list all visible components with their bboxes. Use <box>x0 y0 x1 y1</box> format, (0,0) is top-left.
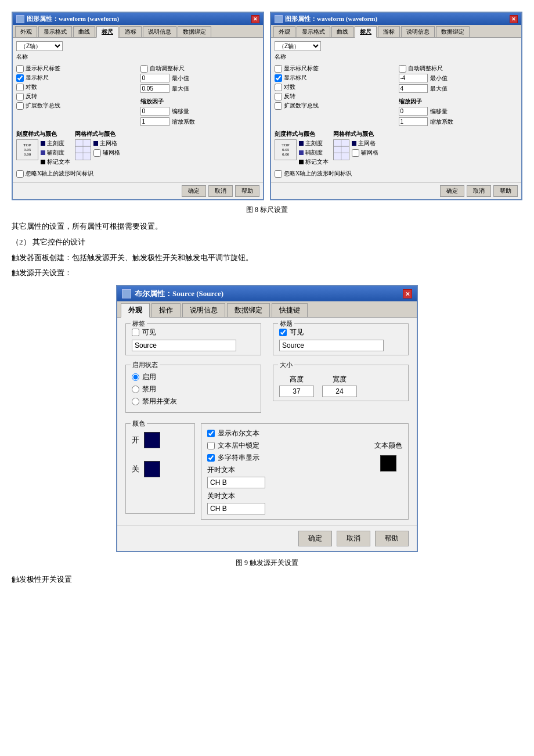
source-title-visible-checkbox[interactable] <box>279 329 287 336</box>
dialog1-help-button[interactable]: 帮助 <box>235 185 259 197</box>
source-size-row: 高度 宽度 <box>279 375 402 397</box>
dialog1-multiplier-row: 缩放系数 <box>140 117 260 126</box>
dialog2-help-button[interactable]: 帮助 <box>493 185 518 197</box>
dialog1-footer-checkbox[interactable] <box>16 170 24 178</box>
source-label-input[interactable] <box>132 340 236 351</box>
dialog2-subgrid-checkbox[interactable] <box>352 149 359 157</box>
source-textcenter-checkbox[interactable] <box>207 442 215 449</box>
dialog2-footer-checkbox[interactable] <box>275 170 282 178</box>
dialog2-tab-info[interactable]: 说明信息 <box>401 26 435 37</box>
source-opentext-input[interactable] <box>207 477 265 488</box>
dialog1-tab-curve[interactable]: 曲线 <box>73 26 95 37</box>
dialog1-tab-format[interactable]: 显示格式 <box>38 26 72 37</box>
dialog2-expanddigit-checkbox[interactable] <box>275 102 282 110</box>
dialog1-zoomfactor-label: 缩放因子 <box>140 98 260 106</box>
dialog2-log-checkbox[interactable] <box>275 84 282 91</box>
dialog1-tab-cursor[interactable]: 游标 <box>120 26 142 37</box>
source-close-button[interactable]: ✕ <box>403 289 412 298</box>
dialog2-tab-databind[interactable]: 数据绑定 <box>436 26 470 37</box>
source-enable-radio[interactable] <box>132 373 139 381</box>
dialog2-autoadjust-checkbox[interactable] <box>399 65 406 73</box>
dialog2-scale-labels: 主刻度 辅刻度 标记文本 <box>299 139 329 167</box>
source-title-input[interactable] <box>279 340 384 351</box>
dialog2-max-input[interactable] <box>399 84 428 93</box>
dialog1: 图形属性：waveform (waveform) ✕ 外观 显示格式 曲线 标尺… <box>12 12 264 200</box>
dialog1-min-input[interactable] <box>140 74 169 82</box>
source-height-input[interactable] <box>279 386 314 397</box>
dialog1-offset-input[interactable] <box>140 107 169 116</box>
dialog2-min-input[interactable] <box>399 74 428 82</box>
source-help-button[interactable]: 帮助 <box>375 531 409 546</box>
dialog2-multiplier-input[interactable] <box>399 117 428 126</box>
source-tab-appearance[interactable]: 外观 <box>121 303 150 318</box>
dialog2-body: （Z轴） 名称 显示标尺标签 显示标尺 <box>271 38 521 182</box>
dialog2-tab-curve[interactable]: 曲线 <box>331 26 353 37</box>
dialog2-tab-appearance[interactable]: 外观 <box>273 26 295 37</box>
source-showbool-checkbox[interactable] <box>207 430 215 437</box>
dialog1-tab-info[interactable]: 说明信息 <box>143 26 176 37</box>
source-tab-shortcut[interactable]: 快捷键 <box>272 303 308 317</box>
source-icon <box>122 289 131 298</box>
source-color-group: 颜色 开 关 <box>125 423 195 514</box>
paragraph4: 触发源开关设置： <box>12 267 522 279</box>
dialog1-body: （Z轴） 名称 显示标尺标签 显示标尺 <box>13 38 263 182</box>
dialog1-invert-checkbox[interactable] <box>16 93 24 100</box>
dialog1-multiplier-input[interactable] <box>140 117 169 126</box>
source-disable-gray-radio[interactable] <box>132 398 139 405</box>
dialog1-axis-row: （Z轴） <box>16 41 259 51</box>
source-tab-info[interactable]: 说明信息 <box>182 303 225 317</box>
source-multichar-label: 多字符串显示 <box>218 453 259 463</box>
source-height-label: 高度 <box>290 375 304 384</box>
dialog2-cancel-button[interactable]: 取消 <box>467 185 491 197</box>
dialog1-log-checkbox[interactable] <box>16 84 24 91</box>
source-showbool-row: 显示布尔文本 <box>207 429 402 438</box>
source-tab-operation[interactable]: 操作 <box>151 303 181 317</box>
dialog1-tab-scale[interactable]: 标尺 <box>96 26 118 38</box>
dialog1-autoadjust-checkbox[interactable] <box>140 65 148 73</box>
dialog2-axis-select[interactable]: （Z轴） <box>275 41 321 51</box>
source-width-field: 宽度 <box>322 375 357 397</box>
dialog1-cancel-button[interactable]: 取消 <box>208 185 233 197</box>
source-closetext-input[interactable] <box>207 503 265 514</box>
dialog1-expanddigit-checkbox[interactable] <box>16 102 24 110</box>
dialog2-offset-input[interactable] <box>399 107 428 116</box>
dialog1-max-input[interactable] <box>140 84 169 93</box>
dialog2-tab-format[interactable]: 显示格式 <box>297 26 330 37</box>
dialog1-tab-appearance[interactable]: 外观 <box>15 26 37 37</box>
source-width-input[interactable] <box>322 386 357 397</box>
source-bool-content: 文本居中锁定 多字符串显示 开时文本 关时文本 <box>207 441 402 514</box>
source-disable-radio[interactable] <box>132 386 139 393</box>
dialog2-footer-note-row: 忽略X轴上的波形时间标识 <box>275 170 518 178</box>
dialog2-invert-checkbox[interactable] <box>275 93 282 100</box>
dialog2-name-row: 名称 <box>275 53 518 61</box>
dialog1-footer: 确定 取消 帮助 <box>13 182 263 199</box>
dialog2-close-button[interactable]: ✕ <box>510 15 518 23</box>
dialog2-name-label: 名称 <box>275 53 286 61</box>
dialog1-showscalelabel-checkbox[interactable] <box>16 65 24 73</box>
dialog1-showscale-checkbox[interactable] <box>16 74 24 82</box>
source-cancel-button[interactable]: 取消 <box>337 531 370 546</box>
dialog2-tab-scale[interactable]: 标尺 <box>355 26 377 38</box>
source-open-color-swatch[interactable] <box>144 432 160 448</box>
source-textcolor-swatch[interactable] <box>380 455 396 471</box>
source-ok-button[interactable]: 确定 <box>298 531 332 546</box>
source-label-visible-checkbox[interactable] <box>132 329 139 336</box>
source-title: 布尔属性：Source (Source) <box>135 289 223 299</box>
dialog1-ok-button[interactable]: 确定 <box>182 185 206 197</box>
dialog1-axis-select[interactable]: （Z轴） <box>16 41 63 51</box>
dialog1-close-button[interactable]: ✕ <box>251 15 259 23</box>
dialog2-tab-cursor[interactable]: 游标 <box>378 26 400 37</box>
dialog2-showscale-checkbox[interactable] <box>275 74 282 82</box>
source-close-color-swatch[interactable] <box>144 461 160 477</box>
source-enable-label: 启用 <box>142 372 156 382</box>
dialog1-tab-databind[interactable]: 数据绑定 <box>178 26 211 37</box>
source-multichar-checkbox[interactable] <box>207 454 215 462</box>
dialog1-subgrid-checkbox[interactable] <box>93 149 101 157</box>
dialog2-scale-section: 刻度样式与颜色 TOP 0.05 0.00 主刻度 <box>275 130 329 167</box>
source-tab-databind[interactable]: 数据绑定 <box>227 303 270 317</box>
dialog1-scale-section: 刻度样式与颜色 TOP 0.05 0.00 主刻度 <box>16 130 70 167</box>
dialog2-showscalelabel-checkbox[interactable] <box>275 65 282 73</box>
source-bottom-row: 颜色 开 关 显示布尔文本 <box>125 423 409 520</box>
dialog2-ok-button[interactable]: 确定 <box>440 185 464 197</box>
dialog1-footer-note-row: 忽略X轴上的波形时间标识 <box>16 170 259 178</box>
